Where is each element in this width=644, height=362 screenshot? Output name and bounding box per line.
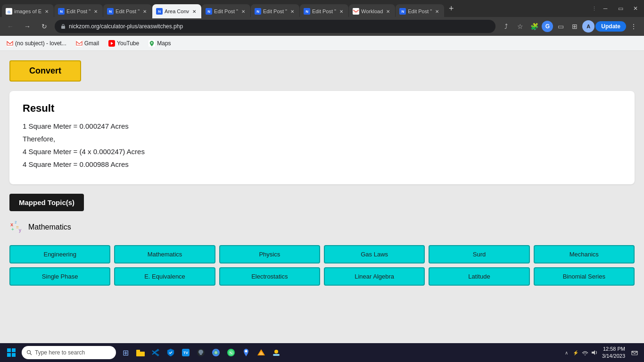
- topic-electrostatics[interactable]: Electrostatics: [219, 267, 320, 286]
- result-line1: 1 Square Meter = 0.000247 Acres: [23, 122, 621, 130]
- svg-rect-16: [12, 348, 16, 352]
- result-line4: 4 Square Meter = 0.000988 Acres: [23, 160, 621, 168]
- topic-grid: Engineering Mathematics Physics Gas Laws…: [9, 245, 635, 286]
- tab-workload[interactable]: Workload ✕: [349, 4, 395, 18]
- vscode-icon[interactable]: [149, 346, 162, 359]
- topic-mathematics[interactable]: Mathematics: [114, 245, 215, 263]
- tab-close[interactable]: ✕: [289, 8, 296, 15]
- topic-surd[interactable]: Surd: [429, 245, 529, 263]
- mapped-title: Mapped Topic(s): [9, 194, 84, 211]
- tab-edit2[interactable]: N Edit Post " ✕: [103, 4, 152, 18]
- tab-close[interactable]: ✕: [338, 8, 345, 15]
- window-controls: ⋮ ─ ▭ ✕: [592, 2, 642, 15]
- topic-e-equivalence[interactable]: E. Equivalence: [114, 267, 215, 286]
- weather-icon[interactable]: [270, 346, 283, 359]
- topic-physics[interactable]: Physics: [219, 245, 320, 263]
- maps-taskbar-icon[interactable]: [239, 346, 253, 359]
- svg-text:y: y: [19, 228, 21, 233]
- maximize-button[interactable]: ▭: [614, 2, 627, 15]
- system-tray: ∧ ⚡: [562, 349, 598, 356]
- tab-edit4[interactable]: N Edit Post " ✕: [251, 4, 299, 18]
- bookmark-no-subject[interactable]: (no subject) - lovet...: [4, 39, 69, 48]
- topic-single-phase[interactable]: Single Phase: [9, 267, 110, 286]
- refresh-button[interactable]: ↻: [38, 20, 51, 33]
- result-line2: Therefore,: [23, 135, 621, 143]
- mapped-section: Mapped Topic(s) x 2 + = y Mathematics: [9, 194, 635, 236]
- share-icon[interactable]: ⤴: [499, 20, 512, 33]
- lock-icon: [60, 24, 66, 29]
- topic-binomial-series[interactable]: Binomial Series: [534, 267, 635, 286]
- extensions-icon[interactable]: 🧩: [528, 20, 541, 33]
- svg-point-29: [245, 350, 248, 353]
- chrome-icon[interactable]: [209, 346, 223, 359]
- minimize-button[interactable]: ─: [599, 2, 612, 15]
- chevron-up-icon[interactable]: ∧: [562, 349, 570, 356]
- tab-close[interactable]: ✕: [434, 8, 440, 15]
- tab-images[interactable]: G images of E ✕: [2, 4, 54, 18]
- svg-rect-3: [61, 26, 65, 29]
- file-explorer-icon[interactable]: [134, 346, 147, 359]
- notification-icon[interactable]: [629, 347, 640, 358]
- whatsapp-icon[interactable]: [224, 346, 238, 359]
- date-display: 3/14/2023: [602, 353, 625, 360]
- taskbar-search[interactable]: Type here to search: [22, 346, 116, 359]
- g-icon[interactable]: G: [542, 21, 553, 32]
- tab-close[interactable]: ✕: [385, 8, 391, 15]
- tab-favicon-n4: N: [206, 8, 212, 15]
- teamviewer-icon[interactable]: TV: [179, 346, 192, 359]
- convert-button[interactable]: Convert: [9, 60, 81, 82]
- menu-icon[interactable]: ⋮: [627, 20, 640, 33]
- puzzle-icon[interactable]: ⊞: [568, 20, 581, 33]
- topic-gas-laws[interactable]: Gas Laws: [324, 245, 425, 263]
- bookmarks-bar: (no subject) - lovet... Gmail YouTube Ma…: [0, 36, 644, 51]
- svg-text:2: 2: [15, 220, 17, 224]
- tab-close[interactable]: ✕: [191, 8, 198, 15]
- update-button[interactable]: Update: [595, 21, 626, 32]
- svg-rect-4: [7, 40, 13, 47]
- forward-button[interactable]: →: [21, 20, 34, 33]
- tab-area-conv[interactable]: N Area Conv ✕: [152, 4, 201, 18]
- topic-engineering[interactable]: Engineering: [9, 245, 110, 263]
- new-tab-button[interactable]: +: [445, 2, 458, 15]
- profile-avatar[interactable]: A: [582, 20, 594, 33]
- toolbar-icons: ⤴ ☆ 🧩 G ▭ ⊞ A Update ⋮: [499, 20, 640, 33]
- time-display: 12:58 PM: [602, 346, 625, 353]
- tab-close[interactable]: ✕: [141, 8, 148, 15]
- svg-text:TV: TV: [183, 351, 189, 355]
- back-button[interactable]: ←: [4, 20, 17, 33]
- bookmark-maps[interactable]: Maps: [146, 39, 173, 48]
- tab-edit6[interactable]: N Edit Post " ✕: [396, 4, 444, 18]
- network-icon[interactable]: [581, 349, 589, 356]
- bookmark-gmail[interactable]: Gmail: [73, 39, 102, 48]
- tab-favicon-n5: N: [255, 8, 261, 15]
- github-icon[interactable]: [194, 346, 207, 359]
- sidebar-icon[interactable]: ▭: [554, 20, 567, 33]
- bluetooth-icon[interactable]: ⚡: [572, 349, 579, 356]
- clock[interactable]: 12:58 PM 3/14/2023: [602, 346, 625, 360]
- svg-marker-35: [592, 350, 595, 355]
- vlc-icon[interactable]: [255, 346, 268, 359]
- svg-rect-5: [76, 40, 83, 47]
- close-button[interactable]: ✕: [629, 2, 642, 15]
- topic-linear-algebra[interactable]: Linear Algebra: [324, 267, 425, 286]
- tab-edit3[interactable]: N Edit Post " ✕: [202, 4, 250, 18]
- result-title: Result: [23, 102, 621, 115]
- tab-edit1[interactable]: N Edit Post " ✕: [54, 4, 103, 18]
- volume-icon[interactable]: [591, 349, 598, 356]
- start-button[interactable]: [4, 345, 19, 360]
- tab-favicon-gmail: [353, 8, 359, 15]
- bookmark-label: (no subject) - lovet...: [15, 40, 66, 47]
- taskview-icon[interactable]: ⊞: [119, 346, 132, 359]
- bookmark-youtube[interactable]: YouTube: [106, 39, 142, 48]
- tab-label: images of E: [14, 8, 41, 14]
- tab-close[interactable]: ✕: [43, 8, 50, 15]
- tab-edit5[interactable]: N Edit Post " ✕: [300, 4, 348, 18]
- url-bar[interactable]: nickzom.org/calculator-plus/areaswitches…: [55, 20, 495, 33]
- topic-latitude[interactable]: Latitude: [429, 267, 529, 286]
- tab-close[interactable]: ✕: [240, 8, 247, 15]
- defender-icon[interactable]: [164, 346, 177, 359]
- bookmark-icon[interactable]: ☆: [513, 20, 527, 33]
- result-line3: 4 Square Meter = (4 x 0.000247) Acres: [23, 148, 621, 156]
- tab-close[interactable]: ✕: [92, 8, 99, 15]
- topic-mechanics[interactable]: Mechanics: [534, 245, 635, 263]
